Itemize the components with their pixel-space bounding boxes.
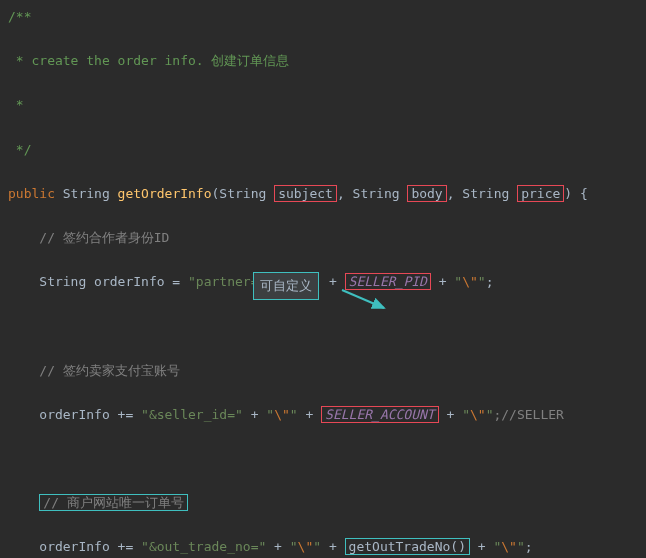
doc-line2: * bbox=[8, 94, 638, 116]
param-subject: subject bbox=[274, 185, 337, 202]
q: "\"" bbox=[266, 407, 297, 422]
plus: + bbox=[470, 539, 493, 554]
q: "\"" bbox=[290, 539, 321, 554]
param-type-2: String bbox=[353, 186, 400, 201]
q: "\"" bbox=[454, 274, 485, 289]
param-body: body bbox=[407, 185, 446, 202]
field-seller-pid: SELLER_PID bbox=[345, 273, 431, 290]
plus: + bbox=[321, 274, 344, 289]
plus: + bbox=[298, 407, 321, 422]
code-line-c3[interactable]: // 商户网站唯一订单号 bbox=[8, 492, 638, 514]
q: "\"" bbox=[462, 407, 493, 422]
param-price: price bbox=[517, 185, 564, 202]
code-line-3[interactable]: orderInfo += "&out_trade_no=" + "\"" + g… bbox=[8, 536, 638, 558]
return-type: String bbox=[63, 186, 110, 201]
keyword-public: public bbox=[8, 186, 55, 201]
string-sellerid: "&seller_id=" bbox=[141, 407, 243, 422]
param-type-1: String bbox=[219, 186, 266, 201]
plus: + bbox=[431, 274, 454, 289]
blank bbox=[8, 448, 638, 470]
assign: orderInfo += bbox=[39, 407, 141, 422]
code-line-2[interactable]: orderInfo += "&seller_id=" + "\"" + SELL… bbox=[8, 404, 638, 426]
plus: + bbox=[321, 539, 344, 554]
doc-close: */ bbox=[8, 139, 638, 161]
string-tradeno: "&out_trade_no=" bbox=[141, 539, 266, 554]
call-getouttradeno: getOutTradeNo() bbox=[345, 538, 470, 555]
semi: ; bbox=[486, 274, 494, 289]
method-name: getOrderInfo bbox=[118, 186, 212, 201]
assign: orderInfo += bbox=[39, 539, 141, 554]
comment-2: // 签约卖家支付宝账号 bbox=[39, 363, 179, 378]
comment-3: // 商户网站唯一订单号 bbox=[39, 494, 187, 511]
plus: + bbox=[243, 407, 266, 422]
comment-1: // 签约合作者身份ID bbox=[39, 230, 169, 245]
plus: + bbox=[439, 407, 462, 422]
doc-open: /** bbox=[8, 6, 638, 28]
decl: String orderInfo = bbox=[39, 274, 188, 289]
code-line-c2[interactable]: // 签约卖家支付宝账号 bbox=[8, 360, 638, 382]
param-type-3: String bbox=[462, 186, 509, 201]
blank bbox=[8, 315, 638, 337]
field-seller-account: SELLER_ACCOUNT bbox=[321, 406, 439, 423]
tail-comment: ;//SELLER bbox=[493, 407, 563, 422]
q: "\"" bbox=[493, 539, 524, 554]
semi: ; bbox=[525, 539, 533, 554]
brace-open: { bbox=[580, 186, 588, 201]
plus: + bbox=[266, 539, 289, 554]
method-signature[interactable]: public String getOrderInfo(String subjec… bbox=[8, 183, 638, 205]
annotation-custom: 可自定义 bbox=[253, 272, 319, 300]
doc-line1: * create the order info. 创建订单信息 bbox=[8, 50, 638, 72]
code-line-1[interactable]: String orderInfo = "partner=" + "\"" + S… bbox=[8, 271, 638, 293]
code-line-c1[interactable]: // 签约合作者身份ID bbox=[8, 227, 638, 249]
